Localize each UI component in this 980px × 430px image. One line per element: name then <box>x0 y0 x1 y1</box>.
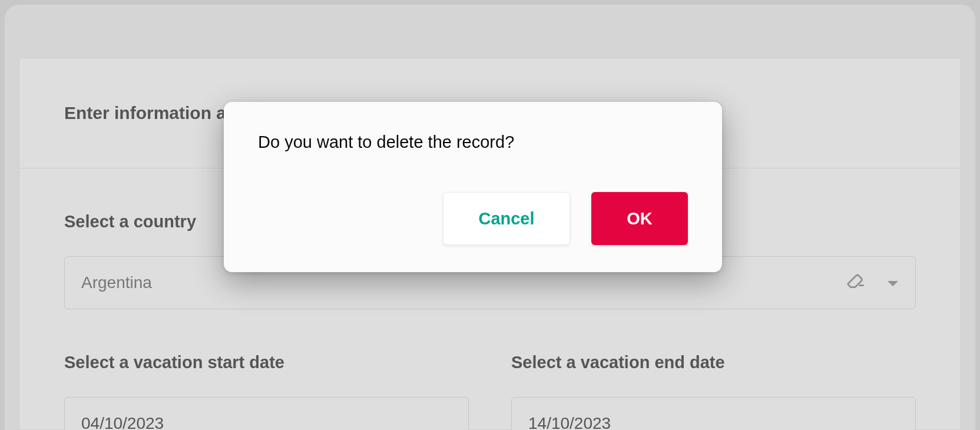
end-date-label: Select a vacation end date <box>511 353 916 372</box>
end-date-input[interactable]: 14/10/2023 <box>511 397 916 430</box>
start-date-label: Select a vacation start date <box>64 353 469 372</box>
start-date-field-group: Select a vacation start date 04/10/2023 <box>64 353 469 430</box>
start-date-value: 04/10/2023 <box>81 414 164 430</box>
page-background: Enter information a Select a country Arg… <box>5 5 975 430</box>
confirm-delete-dialog: Do you want to delete the record? Cancel… <box>224 102 722 272</box>
ok-button[interactable]: OK <box>591 192 688 245</box>
dialog-message: Do you want to delete the record? <box>258 133 688 152</box>
start-date-input[interactable]: 04/10/2023 <box>64 397 469 430</box>
end-date-value: 14/10/2023 <box>528 414 611 430</box>
cancel-button[interactable]: Cancel <box>443 192 570 245</box>
end-date-field-group: Select a vacation end date 14/10/2023 <box>511 353 916 430</box>
chevron-down-icon[interactable] <box>887 273 899 292</box>
country-select-value: Argentina <box>81 273 845 292</box>
eraser-icon[interactable] <box>845 270 866 296</box>
select-actions <box>845 270 899 296</box>
dialog-actions: Cancel OK <box>258 192 688 245</box>
